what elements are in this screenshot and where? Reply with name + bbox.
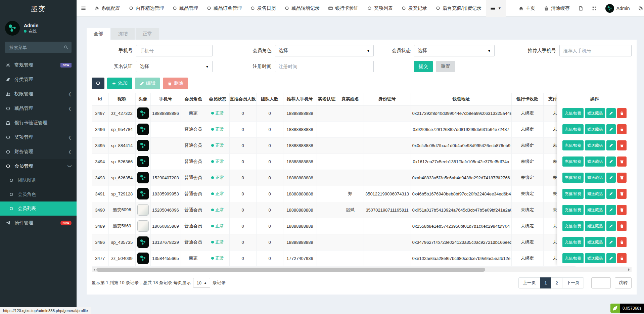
tab-2[interactable]: 正常 <box>136 28 159 40</box>
top-menu-item-3[interactable]: 藏品订单管理 <box>202 0 246 17</box>
recharge-button[interactable]: 充值/扣费 <box>562 221 584 231</box>
gift-collection-button[interactable]: 赠送藏品 <box>585 237 605 247</box>
top-menu-item-2[interactable]: 藏品管理 <box>168 0 202 17</box>
sidebar-item-8[interactable]: 插件管理new <box>0 216 77 230</box>
table-row[interactable]: 3493sp_62635415290407203普通会员正常0018888888… <box>92 170 575 186</box>
row-delete-button[interactable] <box>617 173 627 183</box>
row-delete-button[interactable] <box>617 253 627 263</box>
table-row[interactable]: 3489墨变586918060865869普通会员正常0018888888888… <box>92 218 575 234</box>
sidebar-item-2[interactable]: 权限管理❮ <box>0 87 77 101</box>
top-menu-item-1[interactable]: 内容精选管理 <box>125 0 168 17</box>
row-edit-button[interactable] <box>606 237 616 247</box>
admin-menu[interactable]: Admin <box>601 0 634 17</box>
horizontal-scrollbar[interactable] <box>92 267 632 272</box>
submit-button[interactable]: 提交 <box>414 61 433 72</box>
tab-1[interactable]: 冻结 <box>111 28 135 40</box>
settings-button[interactable] <box>634 0 644 17</box>
sidebar-subitem-1[interactable]: 会员角色 <box>0 187 77 201</box>
gift-collection-button[interactable]: 赠送藏品 <box>585 108 605 118</box>
scroll-right-arrow[interactable] <box>627 267 632 272</box>
sidebar-item-7[interactable]: 会员管理❯ <box>0 159 77 173</box>
add-button[interactable]: 添加 <box>107 78 132 89</box>
sidebar-item-0[interactable]: 常规管理new <box>0 58 77 72</box>
tab-0[interactable]: 全部 <box>87 28 110 40</box>
recharge-button[interactable]: 充值/扣费 <box>562 237 584 247</box>
sidebar-item-4[interactable]: 银行卡验证管理 <box>0 116 77 130</box>
row-edit-button[interactable] <box>606 173 616 183</box>
gift-collection-button[interactable]: 赠送藏品 <box>585 205 605 215</box>
table-row[interactable]: 3491sp_72912818305999953普通会员正常0018888888… <box>92 186 575 202</box>
home-button[interactable]: 主页 <box>514 0 540 17</box>
debug-time-badge[interactable]: 0.057366s <box>610 304 644 313</box>
page-button-1[interactable]: 1 <box>540 277 551 288</box>
recharge-button[interactable]: 充值/扣费 <box>562 140 584 150</box>
row-edit-button[interactable] <box>606 140 616 150</box>
recharge-button[interactable]: 充值/扣费 <box>562 108 584 118</box>
recharge-button[interactable]: 充值/扣费 <box>562 173 584 183</box>
sidebar-item-6[interactable]: 财务管理❮ <box>0 144 77 159</box>
scroll-left-arrow[interactable] <box>92 267 96 272</box>
row-edit-button[interactable] <box>606 156 616 167</box>
page-size-select[interactable]: 10 ▲ <box>193 278 210 288</box>
top-menu-item-0[interactable]: 系统配置 <box>90 0 125 17</box>
sidebar-subitem-2[interactable]: 会员列表 <box>0 201 77 216</box>
sidebar-item-1[interactable]: 分类管理 <box>0 72 77 87</box>
top-menu-item-6[interactable]: 银行卡验证 <box>324 0 363 17</box>
top-menu-item-7[interactable]: 奖项列表 <box>363 0 397 17</box>
sidebar-subitem-0[interactable]: 团队图谱 <box>0 173 77 187</box>
gift-collection-button[interactable]: 赠送藏品 <box>585 189 605 199</box>
sidebar-item-3[interactable]: 藏品管理❮ <box>0 101 77 116</box>
table-row[interactable]: 3477zz_50403913584455665商家正常001772740793… <box>92 250 575 266</box>
more-menus-dropdown[interactable]: ▼ <box>486 0 506 17</box>
top-menu-item-4[interactable]: 发售日历 <box>246 0 280 17</box>
row-edit-button[interactable] <box>606 108 616 118</box>
member-role-select[interactable]: 选择▼ <box>275 45 374 56</box>
gift-collection-button[interactable]: 赠送藏品 <box>585 221 605 231</box>
brand-logo[interactable]: 墨变 <box>0 0 77 17</box>
delete-button[interactable]: 删除 <box>163 78 188 89</box>
table-row[interactable]: 3490墨变609615205046096普通会员正常0018888888888… <box>92 202 575 218</box>
user-panel[interactable]: Admin 在线 <box>0 17 77 38</box>
jump-page-input[interactable] <box>591 277 611 288</box>
recharge-button[interactable]: 充值/扣费 <box>562 124 584 134</box>
reset-button[interactable]: 重置 <box>436 61 455 72</box>
sidebar-search-input[interactable] <box>5 42 72 53</box>
next-page-button[interactable]: 下一页 <box>562 277 584 288</box>
register-time-input[interactable] <box>275 61 374 72</box>
table-row[interactable]: 3486sp_43573513137678229普通会员正常0018888888… <box>92 234 575 250</box>
recharge-button[interactable]: 充值/扣费 <box>562 189 584 199</box>
row-delete-button[interactable] <box>617 108 627 118</box>
row-edit-button[interactable] <box>606 205 616 215</box>
phone-input[interactable] <box>136 45 213 56</box>
jump-button[interactable]: 跳转 <box>615 277 632 288</box>
row-delete-button[interactable] <box>617 205 627 215</box>
sidebar-item-5[interactable]: 奖项管理❮ <box>0 130 77 144</box>
row-delete-button[interactable] <box>617 124 627 134</box>
search-icon[interactable] <box>64 45 68 49</box>
document-button[interactable] <box>574 0 588 17</box>
row-edit-button[interactable] <box>606 253 616 263</box>
table-row[interactable]: 3497zz_42732218888888886商家正常001888888888… <box>92 105 575 121</box>
row-delete-button[interactable] <box>617 140 627 150</box>
realname-auth-select[interactable]: 选择▼ <box>136 61 213 72</box>
row-edit-button[interactable] <box>606 124 616 134</box>
recharge-button[interactable]: 充值/扣费 <box>562 253 584 263</box>
top-menu-item-9[interactable]: 后台充值/扣费记录 <box>431 0 486 17</box>
recharge-button[interactable]: 充值/扣费 <box>562 156 584 167</box>
row-delete-button[interactable] <box>617 221 627 231</box>
page-button-2[interactable]: 2 <box>551 277 562 288</box>
table-row[interactable]: 3496sp_954784普通会员正常00188888888880x92f06c… <box>92 121 575 137</box>
prev-page-button[interactable]: 上一页 <box>518 277 540 288</box>
top-menu-item-5[interactable]: 藏品转增记录 <box>280 0 324 17</box>
member-status-select[interactable]: 选择▼ <box>414 45 495 56</box>
row-delete-button[interactable] <box>617 156 627 167</box>
table-row[interactable]: 3494sp_526366普通会员正常00188888888880x1612ea… <box>92 153 575 170</box>
row-delete-button[interactable] <box>617 237 627 247</box>
gift-collection-button[interactable]: 赠送藏品 <box>585 156 605 167</box>
clear-cache-button[interactable]: 清除缓存 <box>540 0 574 17</box>
referrer-phone-input[interactable] <box>559 45 632 56</box>
gift-collection-button[interactable]: 赠送藏品 <box>585 140 605 150</box>
row-delete-button[interactable] <box>617 189 627 199</box>
table-row[interactable]: 3495sp_884414普通会员正常00188888888880x0cfc9c… <box>92 137 575 153</box>
row-edit-button[interactable] <box>606 221 616 231</box>
